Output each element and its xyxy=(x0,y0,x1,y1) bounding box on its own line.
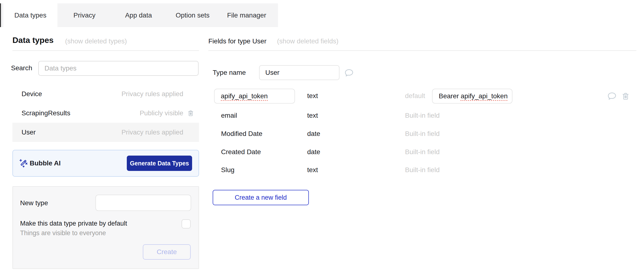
show-deleted-types-link[interactable]: (show deleted types) xyxy=(65,37,127,45)
default-label: default xyxy=(405,92,425,100)
type-name: User xyxy=(22,128,36,136)
new-type-card: New type Make this data type private by … xyxy=(12,186,199,269)
right-panel-divider xyxy=(208,50,636,51)
private-by-default-label: Make this data type private by default xyxy=(20,220,127,227)
field-name-value: apify_api_token xyxy=(221,92,268,100)
type-privacy-status: Privacy rules applied xyxy=(122,128,183,136)
left-panel-divider xyxy=(12,50,199,51)
fields-panel-title: Fields for type User xyxy=(208,37,266,45)
field-type: text xyxy=(307,92,318,100)
show-deleted-fields-link[interactable]: (show deleted fields) xyxy=(277,37,338,45)
search-label: Search xyxy=(11,64,32,72)
field-type: date xyxy=(307,130,320,137)
field-type: text xyxy=(307,166,318,174)
type-name-input[interactable] xyxy=(259,65,340,80)
bubble-ai-card: Bubble AI Generate Data Types xyxy=(12,150,199,177)
visibility-helper-text: Things are visible to everyone xyxy=(20,229,106,237)
type-row-user[interactable]: User Privacy rules applied xyxy=(12,123,199,142)
field-name-input[interactable]: apify_api_token xyxy=(214,89,295,104)
window-edge-strip xyxy=(0,3,1,27)
field-name: Slug xyxy=(221,166,234,174)
tab-app-data[interactable]: App data xyxy=(112,3,166,27)
field-name: Modified Date xyxy=(221,130,262,137)
built-in-field-note: Built-in field xyxy=(405,166,440,174)
generate-data-types-button[interactable]: Generate Data Types xyxy=(127,156,192,171)
tab-data-types[interactable]: Data types xyxy=(3,3,58,27)
type-row-scrapingresults[interactable]: ScrapingResults Publicly visible xyxy=(12,104,199,123)
tab-privacy[interactable]: Privacy xyxy=(58,3,112,27)
field-type: date xyxy=(307,148,320,156)
field-type: text xyxy=(307,112,318,119)
field-name: Created Date xyxy=(221,148,261,156)
data-section-tabbar: Data types Privacy App data Option sets … xyxy=(0,3,278,27)
private-by-default-checkbox[interactable] xyxy=(182,219,191,228)
new-type-input[interactable] xyxy=(96,195,191,211)
bubble-ai-label: Bubble AI xyxy=(30,160,61,167)
bubble-data-tab-page: Data types Privacy App data Option sets … xyxy=(0,0,644,280)
type-name-label: Type name xyxy=(213,69,246,76)
type-privacy-status: Publicly visible xyxy=(140,109,183,117)
built-in-field-note: Built-in field xyxy=(405,130,440,137)
field-default-input[interactable]: Bearer apify_api_token xyxy=(432,89,512,104)
create-new-field-button[interactable]: Create a new field xyxy=(213,190,309,205)
type-row-device[interactable]: Device Privacy rules applied xyxy=(12,84,199,104)
built-in-field-note: Built-in field xyxy=(405,112,440,119)
create-type-button[interactable]: Create xyxy=(143,244,191,260)
default-value-token: apify_api_token xyxy=(461,92,508,100)
left-panel-title: Data types xyxy=(12,36,54,45)
type-privacy-status: Privacy rules applied xyxy=(122,90,183,98)
type-name: Device xyxy=(22,90,42,98)
tab-file-manager[interactable]: File manager xyxy=(220,3,274,27)
field-name: email xyxy=(221,112,237,119)
comment-bubble-icon[interactable] xyxy=(607,91,617,101)
new-type-label: New type xyxy=(20,199,48,207)
built-in-field-note: Built-in field xyxy=(405,148,440,156)
search-input[interactable] xyxy=(38,61,198,76)
magic-wand-icon xyxy=(19,159,28,168)
default-value-prefix: Bearer xyxy=(439,92,461,100)
delete-field-icon[interactable] xyxy=(621,91,630,101)
tab-option-sets[interactable]: Option sets xyxy=(166,3,220,27)
comment-bubble-icon[interactable] xyxy=(344,68,354,78)
type-name: ScrapingResults xyxy=(22,109,70,117)
delete-type-icon[interactable] xyxy=(187,109,194,117)
